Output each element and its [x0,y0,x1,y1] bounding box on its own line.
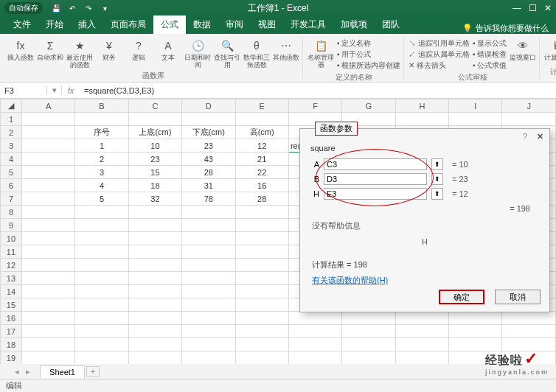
col-D[interactable]: D [182,99,235,113]
ok-button[interactable]: 确定 [439,290,484,304]
use-in-formula-button[interactable]: ▪ 用于公式 [337,49,400,60]
tab-addins[interactable]: 加载项 [333,15,375,34]
name-box-dropdown[interactable]: ▾ [47,85,62,95]
row-12[interactable]: 12 [1,259,22,272]
tab-file[interactable]: 文件 [6,15,38,34]
col-G[interactable]: G [342,99,395,113]
tab-insert[interactable]: 插入 [71,15,103,34]
range-picker-icon[interactable]: ⬆ [431,158,443,170]
col-H[interactable]: H [395,99,448,113]
sheet-nav[interactable]: ◂ ▸ [15,367,32,377]
tab-formulas[interactable]: 公式 [153,15,186,34]
cell[interactable]: 18 [128,179,181,192]
redo-icon[interactable]: ↷ [83,2,94,14]
row-10[interactable]: 10 [1,232,22,245]
dialog-close-button[interactable]: ✕ [537,132,543,141]
close-icon[interactable]: ✕ [544,3,552,13]
col-C[interactable]: C [128,99,181,113]
save-icon[interactable]: 💾 [50,2,62,14]
tab-review[interactable]: 审阅 [218,15,251,34]
cell[interactable]: 4 [75,179,128,192]
minimize-icon[interactable]: — [512,3,521,13]
cell[interactable]: 15 [128,166,181,179]
fx-button[interactable]: fx [62,86,80,95]
undo-icon[interactable]: ↶ [66,2,78,14]
remove-arrows-button[interactable]: ✕ 移去箭头 [409,60,470,71]
recent-functions-button[interactable]: ★最近使用的函数 [66,38,93,69]
cell[interactable]: 21 [235,153,288,166]
formula-input[interactable]: =square(C3,D3,E3) [80,86,556,95]
cell[interactable]: 1 [75,139,128,153]
col-E[interactable]: E [235,99,288,113]
row-6[interactable]: 6 [1,179,22,192]
autosave-toggle[interactable]: 自动保存 [4,2,43,14]
lookup-button[interactable]: 🔍查找与引用 [214,38,240,69]
trace-precedents-button[interactable]: ↘ 追踪引用单元格 [409,38,470,49]
cell[interactable]: 28 [182,166,235,179]
cell[interactable]: 序号 [75,126,128,139]
cell[interactable]: 28 [235,192,288,206]
cell[interactable]: 下底(cm) [182,126,235,139]
row-15[interactable]: 15 [1,298,22,312]
row-16[interactable]: 16 [1,312,22,325]
dialog-help-button[interactable]: ? [523,132,527,141]
col-A[interactable]: A [21,99,74,113]
tab-view[interactable]: 视图 [251,15,283,34]
tell-me[interactable]: 💡 告诉我你想要做什么 [462,23,549,34]
cell[interactable]: 32 [128,192,181,206]
dialog-help-link[interactable]: 有关该函数的帮助(H) [312,276,388,284]
cell[interactable]: 3 [75,166,128,179]
row-17[interactable]: 17 [1,325,22,338]
col-B[interactable]: B [75,99,128,113]
cell[interactable]: 78 [182,192,235,206]
select-all[interactable]: ◢ [1,99,22,113]
cell[interactable]: 12 [235,139,288,153]
name-box[interactable]: F3 [0,86,47,95]
define-name-button[interactable]: ▪ 定义名称 [337,38,400,49]
arg-input-H[interactable] [324,188,427,200]
logical-button[interactable]: ?逻辑 [125,38,152,62]
cell[interactable]: 16 [235,179,288,192]
name-manager-button[interactable]: 📋名称管理器 [307,38,334,69]
maximize-icon[interactable]: ☐ [529,3,537,13]
row-4[interactable]: 4 [1,153,22,166]
row-11[interactable]: 11 [1,245,22,259]
row-2[interactable]: 2 [1,126,22,139]
col-F[interactable]: F [288,99,341,113]
text-button[interactable]: A文本 [155,38,181,62]
add-sheet-button[interactable]: + [86,366,100,377]
range-picker-icon[interactable]: ⬆ [431,173,443,185]
col-I[interactable]: I [449,99,502,113]
show-formulas-button[interactable]: ▪ 显示公式 [473,38,507,49]
cancel-button[interactable]: 取消 [495,290,541,304]
cell[interactable]: 22 [235,166,288,179]
row-7[interactable]: 7 [1,192,22,206]
cell[interactable]: 高(cm) [235,126,288,139]
cell[interactable]: 10 [128,139,181,153]
tab-developer[interactable]: 开发工具 [283,15,333,34]
cell[interactable]: 23 [182,139,235,153]
row-14[interactable]: 14 [1,285,22,298]
row-1[interactable]: 1 [1,113,22,126]
tab-team[interactable]: 团队 [375,15,407,34]
row-8[interactable]: 8 [1,206,22,219]
evaluate-formula-button[interactable]: ▪ 公式求值 [473,60,507,71]
row-9[interactable]: 9 [1,219,22,232]
datetime-button[interactable]: 🕒日期和时间 [184,38,211,69]
cell[interactable]: 31 [182,179,235,192]
financial-button[interactable]: ¥财务 [96,38,122,62]
range-picker-icon[interactable]: ⬆ [431,188,443,200]
insert-function-button[interactable]: fx插入函数 [7,38,34,62]
error-check-button[interactable]: ▪ 错误检查 [473,49,507,60]
row-18[interactable]: 18 [1,338,22,351]
cell[interactable]: 5 [75,192,128,206]
more-functions-button[interactable]: ⋯其他函数 [273,38,299,62]
cell[interactable]: 23 [128,153,181,166]
tab-home[interactable]: 开始 [38,15,71,34]
arg-input-A[interactable] [324,158,427,170]
autosum-button[interactable]: Σ自动求和 [37,38,63,62]
col-J[interactable]: J [502,99,556,113]
qat-more-icon[interactable]: ▾ [99,2,111,14]
row-3[interactable]: 3 [1,139,22,153]
tab-pagelayout[interactable]: 页面布局 [103,15,153,34]
